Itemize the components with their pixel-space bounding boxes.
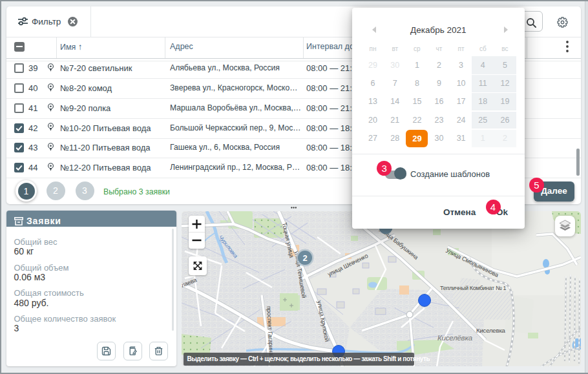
svg-text:2: 2 bbox=[302, 253, 307, 262]
svg-text:Тепличный Комбинат № 1: Тепличный Комбинат № 1 bbox=[440, 285, 507, 291]
svg-text:Киселевка: Киселевка bbox=[476, 327, 506, 334]
svg-text:Киселёвка: Киселёвка bbox=[437, 334, 472, 342]
